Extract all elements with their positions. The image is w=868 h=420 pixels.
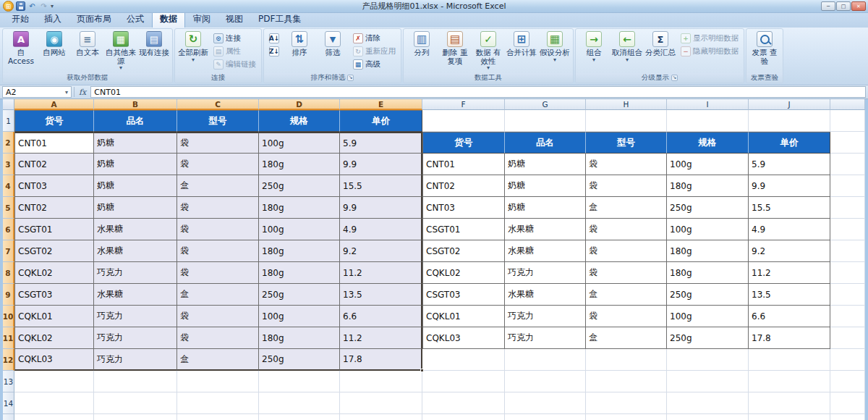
- cell-A12[interactable]: CQKL03: [14, 349, 94, 371]
- column-header-partial[interactable]: [830, 99, 865, 110]
- cell-E6[interactable]: 4.9: [340, 219, 422, 240]
- cell-H3[interactable]: 袋: [586, 154, 667, 175]
- edit-links-button[interactable]: ✎编辑链接: [211, 59, 258, 70]
- row-header-13[interactable]: 13: [3, 371, 14, 392]
- cell-J13[interactable]: [749, 371, 830, 392]
- cell-K9[interactable]: [830, 284, 865, 306]
- existing-connections-button[interactable]: ▤现有连接: [137, 30, 171, 72]
- cell-G11[interactable]: 巧克力: [505, 327, 586, 349]
- cell-F3[interactable]: CNT01: [422, 154, 505, 175]
- cell-E12[interactable]: 17.8: [340, 349, 422, 371]
- select-all-corner[interactable]: [3, 99, 14, 110]
- cell-D14[interactable]: [259, 392, 340, 414]
- cell-A2[interactable]: CNT01: [14, 132, 94, 154]
- cell-B4[interactable]: 奶糖: [94, 175, 177, 197]
- from-access-button[interactable]: A自 Access: [4, 30, 38, 72]
- cell-K12[interactable]: [830, 349, 865, 371]
- cell-H5[interactable]: 盒: [586, 197, 667, 219]
- cell-K13[interactable]: [830, 371, 865, 392]
- cell-G9[interactable]: 水果糖: [505, 284, 586, 306]
- cell-G7[interactable]: 水果糖: [505, 240, 586, 262]
- cell-J1[interactable]: [749, 110, 830, 132]
- row-header-12[interactable]: 12: [3, 349, 14, 371]
- filter-button[interactable]: ▼筛选: [316, 30, 349, 72]
- cell-C3[interactable]: 袋: [177, 154, 259, 175]
- hide-detail-button[interactable]: −隐藏明细数据: [678, 46, 741, 57]
- cell-B11[interactable]: 巧克力: [94, 327, 177, 349]
- dialog-launcher-icon[interactable]: ↘: [671, 75, 678, 81]
- undo-icon[interactable]: ↶: [27, 1, 37, 11]
- cell-I11[interactable]: 250g: [667, 327, 749, 349]
- cell-F1[interactable]: [422, 110, 505, 132]
- cell-J2[interactable]: 单价: [749, 132, 830, 154]
- column-header-G[interactable]: G: [505, 99, 586, 110]
- cell-A6[interactable]: CSGT01: [14, 219, 94, 240]
- reapply-button[interactable]: ↻重新应用: [351, 46, 398, 57]
- cell-D10[interactable]: 100g: [259, 306, 340, 327]
- column-header-D[interactable]: D: [259, 99, 340, 110]
- cell-A13[interactable]: [14, 371, 94, 392]
- cell-B15[interactable]: [94, 414, 177, 420]
- column-header-J[interactable]: J: [749, 99, 830, 110]
- cell-F14[interactable]: [422, 392, 505, 414]
- name-box[interactable]: A2 ▾: [2, 86, 72, 98]
- cell-D5[interactable]: 180g: [259, 197, 340, 219]
- cell-G1[interactable]: [505, 110, 586, 132]
- advanced-button[interactable]: ▦高级: [351, 59, 398, 70]
- column-header-F[interactable]: F: [422, 99, 505, 110]
- cell-E15[interactable]: [340, 414, 422, 420]
- cell-F6[interactable]: CSGT01: [422, 219, 505, 240]
- cell-G6[interactable]: 水果糖: [505, 219, 586, 240]
- show-detail-button[interactable]: +显示明细数据: [678, 33, 741, 44]
- row-header-14[interactable]: 14: [3, 392, 14, 414]
- cell-J15[interactable]: [749, 414, 830, 420]
- cell-F15[interactable]: [422, 414, 505, 420]
- data-validation-button[interactable]: ✓数据 有效性▾: [472, 30, 505, 72]
- column-header-B[interactable]: B: [94, 99, 177, 110]
- cell-E7[interactable]: 9.2: [340, 240, 422, 262]
- cell-I7[interactable]: 180g: [667, 240, 749, 262]
- connections-button[interactable]: ⊙连接: [211, 33, 258, 44]
- insert-function-icon[interactable]: fx: [77, 88, 88, 97]
- cell-C8[interactable]: 袋: [177, 262, 259, 284]
- cell-F12[interactable]: [422, 349, 505, 371]
- cell-D13[interactable]: [259, 371, 340, 392]
- cell-A11[interactable]: CQKL02: [14, 327, 94, 349]
- cell-H13[interactable]: [586, 371, 667, 392]
- from-other-sources-button[interactable]: ▦自其他来源▾: [104, 30, 137, 72]
- row-header-11[interactable]: 11: [3, 327, 14, 349]
- cell-E8[interactable]: 11.2: [340, 262, 422, 284]
- cell-K14[interactable]: [830, 392, 865, 414]
- cell-E11[interactable]: 11.2: [340, 327, 422, 349]
- text-to-columns-button[interactable]: ▥分列: [405, 30, 438, 72]
- cell-C9[interactable]: 盒: [177, 284, 259, 306]
- cell-I1[interactable]: [667, 110, 749, 132]
- ribbon-tab-home[interactable]: 开始: [4, 12, 36, 28]
- cell-J14[interactable]: [749, 392, 830, 414]
- cell-H2[interactable]: 型号: [586, 132, 667, 154]
- cell-D3[interactable]: 180g: [259, 154, 340, 175]
- column-header-H[interactable]: H: [586, 99, 667, 110]
- cell-B5[interactable]: 奶糖: [94, 197, 177, 219]
- cell-I3[interactable]: 100g: [667, 154, 749, 175]
- minimize-button[interactable]: ─: [821, 1, 835, 11]
- cell-I15[interactable]: [667, 414, 749, 420]
- cell-B3[interactable]: 奶糖: [94, 154, 177, 175]
- sort-button[interactable]: ⇅排序: [283, 30, 316, 72]
- cell-H1[interactable]: [586, 110, 667, 132]
- row-header-10[interactable]: 10: [3, 306, 14, 327]
- cell-H15[interactable]: [586, 414, 667, 420]
- cell-C14[interactable]: [177, 392, 259, 414]
- cell-D8[interactable]: 180g: [259, 262, 340, 284]
- cell-E1[interactable]: 单价: [340, 110, 422, 132]
- cell-K6[interactable]: [830, 219, 865, 240]
- cell-H7[interactable]: 袋: [586, 240, 667, 262]
- cell-K3[interactable]: [830, 154, 865, 175]
- properties-button[interactable]: ▤属性: [211, 46, 258, 57]
- cell-D7[interactable]: 180g: [259, 240, 340, 262]
- ribbon-tab-view[interactable]: 视图: [218, 12, 250, 28]
- cell-D6[interactable]: 100g: [259, 219, 340, 240]
- cell-B8[interactable]: 巧克力: [94, 262, 177, 284]
- cell-A4[interactable]: CNT03: [14, 175, 94, 197]
- cell-K10[interactable]: [830, 306, 865, 327]
